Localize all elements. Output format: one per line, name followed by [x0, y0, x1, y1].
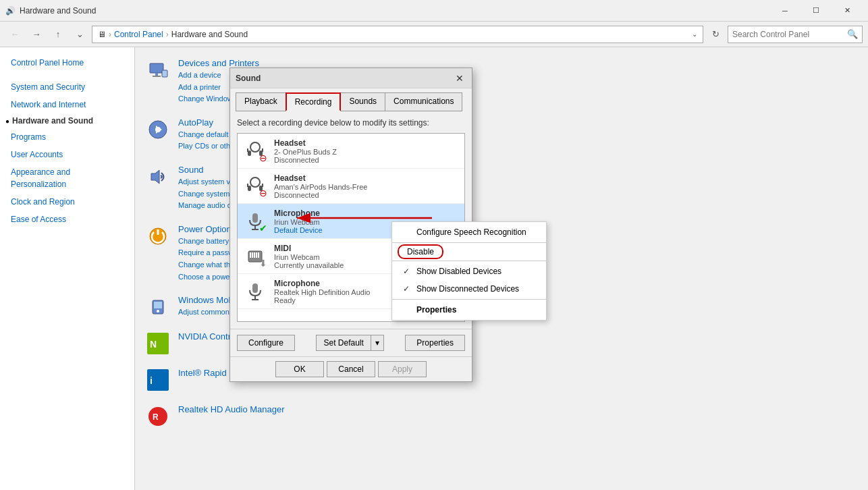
tab-sounds[interactable]: Sounds — [340, 92, 385, 111]
svg-rect-33 — [250, 252, 251, 258]
ctx-show-disabled[interactable]: ✓ Show Disabled Devices — [392, 263, 546, 280]
sidebar-item-network-internet[interactable]: Network and Internet — [0, 96, 134, 113]
mobility-icon — [146, 295, 170, 319]
svg-rect-2 — [153, 76, 161, 77]
refresh-button[interactable]: ↻ — [706, 25, 725, 44]
headset1-name: Headset — [274, 138, 459, 148]
title-bar: 🔊 Hardware and Sound ─ ☐ ✕ — [0, 0, 868, 22]
address-icon: 🖥 — [98, 30, 106, 39]
ctx-show-disconnected-label: Show Disconnected Devices — [416, 284, 519, 294]
sound-icon — [146, 165, 170, 189]
svg-rect-37 — [258, 252, 259, 258]
svg-text:R: R — [153, 412, 159, 422]
svg-rect-1 — [155, 73, 158, 76]
ctx-configure-speech[interactable]: Configure Speech Recognition — [392, 223, 546, 241]
recent-button[interactable]: ⌄ — [70, 25, 89, 44]
disable-highlight: Disable — [398, 244, 443, 259]
sidebar-item-ease-access[interactable]: Ease of Access — [0, 211, 134, 228]
sidebar-item-clock-region[interactable]: Clock and Region — [0, 193, 134, 211]
search-box[interactable]: 🔍 — [728, 26, 863, 43]
forward-button[interactable]: → — [27, 25, 46, 44]
device-item-headset1[interactable]: ⊖ Headset 2- OnePlus Buds Z Disconnected — [238, 134, 464, 169]
autoplay-icon — [146, 117, 170, 142]
minimize-button[interactable]: ─ — [769, 0, 801, 22]
maximize-button[interactable]: ☐ — [801, 0, 832, 22]
sidebar-item-system-security[interactable]: System and Security — [0, 78, 134, 96]
svg-marker-7 — [151, 170, 159, 184]
breadcrumb-sep: › — [109, 30, 111, 39]
mic1-name: Microphone — [274, 209, 459, 218]
ctx-show-disconnected[interactable]: ✓ Show Disconnected Devices — [392, 280, 546, 298]
breadcrumb-sep2: › — [166, 30, 169, 39]
devices-title[interactable]: Devices and Printers — [178, 58, 857, 68]
headset2-icon: ⊖ — [243, 174, 267, 198]
svg-rect-34 — [252, 252, 253, 258]
breadcrumb-control-panel[interactable]: Control Panel — [114, 30, 163, 39]
window-title: Hardware and Sound — [20, 6, 96, 16]
realtek-title[interactable]: Realtek HD Audio Manager — [178, 404, 857, 414]
ctx-disable[interactable]: Disable — [392, 244, 546, 259]
active-bullet: ● — [5, 117, 9, 125]
apply-button[interactable]: Apply — [378, 361, 427, 377]
dialog-tabs: Playback Recording Sounds Communications — [230, 88, 472, 111]
set-default-button[interactable]: Set Default — [316, 335, 370, 351]
ctx-check-disabled: ✓ — [403, 267, 412, 276]
tab-recording[interactable]: Recording — [286, 92, 342, 111]
headset2-name: Headset — [274, 173, 459, 183]
ctx-separator1 — [392, 242, 546, 243]
window-close-button[interactable]: ✕ — [832, 0, 863, 22]
tab-playback[interactable]: Playback — [236, 92, 286, 111]
back-button[interactable]: ← — [5, 25, 24, 44]
svg-text:N: N — [150, 339, 157, 350]
dialog-title: Sound — [236, 74, 261, 83]
ctx-show-disabled-label: Show Disabled Devices — [416, 267, 501, 276]
sidebar-item-hardware-sound-container: ● Hardware and Sound — [0, 113, 134, 128]
headset2-status: Disconnected — [274, 191, 459, 199]
svg-point-24 — [250, 178, 260, 187]
title-bar-controls: ─ ☐ ✕ — [769, 0, 863, 22]
intel-icon: i — [146, 368, 170, 392]
device-item-headset2[interactable]: ⊖ Headset Aman's AirPods Hands-Free Disc… — [238, 169, 464, 204]
headset1-model: 2- OnePlus Buds Z — [274, 148, 459, 156]
headset1-icon: ⊖ — [243, 139, 267, 163]
context-menu: Configure Speech Recognition Disable ✓ S… — [391, 221, 547, 321]
ctx-separator2 — [392, 261, 546, 261]
sidebar: Control Panel Home System and Security N… — [0, 47, 135, 490]
up-button[interactable]: ↑ — [49, 25, 67, 44]
svg-rect-0 — [150, 63, 163, 73]
sidebar-item-user-accounts[interactable]: User Accounts — [0, 146, 134, 163]
dialog-close-button[interactable]: ✕ — [453, 72, 466, 85]
configure-button[interactable]: Configure — [237, 335, 295, 351]
title-bar-left: 🔊 Hardware and Sound — [5, 6, 96, 16]
breadcrumb-arrow[interactable]: ⌄ — [692, 30, 697, 38]
mic1-icon: ✔ — [243, 209, 267, 234]
svg-rect-29 — [252, 213, 258, 223]
address-bar: ← → ↑ ⌄ 🖥 › Control Panel › Hardware and… — [0, 22, 868, 47]
svg-point-12 — [157, 310, 159, 312]
svg-rect-38 — [252, 283, 258, 293]
sidebar-item-programs[interactable]: Programs — [0, 128, 134, 146]
sidebar-home[interactable]: Control Panel Home — [0, 54, 134, 72]
ctx-check-disconnected: ✓ — [403, 284, 412, 294]
search-input[interactable] — [732, 30, 844, 39]
headset2-model: Aman's AirPods Hands-Free — [274, 183, 459, 191]
svg-rect-35 — [254, 252, 255, 258]
breadcrumb-hardware-sound[interactable]: Hardware and Sound — [171, 30, 248, 39]
ok-cancel-row: OK Cancel Apply — [230, 356, 472, 381]
set-default-arrow-button[interactable]: ▾ — [371, 335, 384, 351]
ctx-properties[interactable]: Properties — [392, 301, 546, 319]
search-icon: 🔍 — [847, 29, 858, 39]
dialog-titlebar: Sound ✕ — [230, 68, 472, 88]
properties-button[interactable]: Properties — [405, 335, 465, 351]
svg-text:i: i — [150, 375, 153, 386]
headset2-info: Headset Aman's AirPods Hands-Free Discon… — [274, 173, 459, 199]
sidebar-item-appearance[interactable]: Appearance and Personalization — [0, 163, 134, 193]
sidebar-item-hardware-sound[interactable]: Hardware and Sound — [12, 116, 93, 126]
realtek-icon: R — [146, 404, 170, 429]
address-path[interactable]: 🖥 › Control Panel › Hardware and Sound ⌄ — [92, 26, 703, 43]
cancel-button[interactable]: Cancel — [327, 361, 375, 377]
tab-communications[interactable]: Communications — [385, 92, 462, 111]
status-indicator-gray: ⬇ — [259, 258, 267, 269]
ok-button[interactable]: OK — [275, 361, 324, 377]
mic2-icon — [243, 279, 267, 304]
